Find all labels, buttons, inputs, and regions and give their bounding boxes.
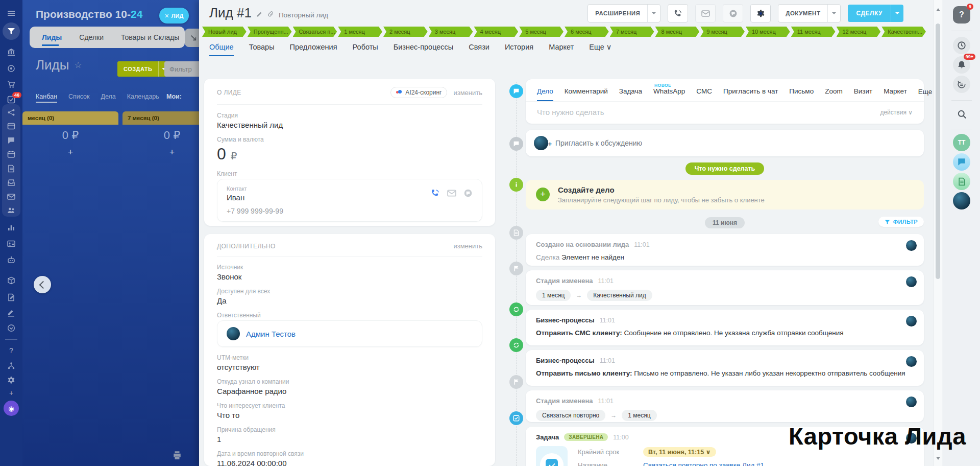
- printer-icon[interactable]: [173, 451, 182, 460]
- edit-pencil-icon[interactable]: [256, 11, 263, 17]
- deal-dropdown-caret[interactable]: [891, 5, 903, 22]
- kanban-add-button[interactable]: +: [122, 147, 199, 158]
- view-tab[interactable]: Канбан: [36, 93, 57, 103]
- robot-icon[interactable]: [7, 256, 15, 264]
- field-value[interactable]: Звонок: [217, 272, 482, 281]
- task-tile-icon[interactable]: [536, 446, 568, 466]
- pipeline-stage[interactable]: Связаться п...: [293, 27, 337, 37]
- planner-button[interactable]: [953, 76, 970, 93]
- contact-call-icon[interactable]: [431, 189, 440, 198]
- activity-tab[interactable]: Визит: [854, 87, 872, 101]
- todo-input[interactable]: Что нужно сделать: [537, 108, 604, 116]
- sum-value[interactable]: 0 ₽: [217, 145, 482, 164]
- pipeline-stage[interactable]: 7 месяц: [610, 27, 654, 37]
- kanban-column-header[interactable]: месяц (0): [22, 111, 118, 125]
- stage-value[interactable]: Качественный лид: [217, 121, 482, 129]
- back-chevron-button[interactable]: [34, 276, 51, 293]
- activity-tab[interactable]: Пригласить в чат: [723, 87, 778, 101]
- leads-filter-input[interactable]: Фильтр: [164, 61, 199, 77]
- workgroup-avatar[interactable]: TT: [953, 134, 970, 151]
- globe-app-icon[interactable]: ◉: [4, 401, 19, 416]
- target-icon[interactable]: [7, 64, 15, 73]
- pipeline-stage[interactable]: 10 месяц: [746, 27, 790, 37]
- field-value[interactable]: отсутствуют: [217, 363, 482, 371]
- pipeline-stage[interactable]: Пропущенн...: [248, 27, 292, 37]
- favorite-star-icon[interactable]: ☆: [74, 60, 82, 71]
- activity-tab[interactable]: СМС: [696, 87, 712, 101]
- field-value[interactable]: 1: [217, 435, 482, 444]
- extensions-caret[interactable]: [647, 5, 660, 22]
- pipeline-stage[interactable]: 8 месяц: [655, 27, 700, 37]
- pipeline-stage[interactable]: 11 месяц: [791, 27, 836, 37]
- doc-edit-icon[interactable]: [7, 293, 15, 301]
- lead-card-tab[interactable]: История: [505, 43, 533, 56]
- timeline-entry[interactable]: Стадия изменена11:01 Связаться повторно …: [526, 390, 924, 422]
- lead-card-tab[interactable]: Товары: [249, 43, 275, 56]
- view-tab[interactable]: Список: [68, 93, 90, 103]
- activity-tab[interactable]: Zoom: [825, 87, 843, 101]
- lead-card-tab[interactable]: Роботы: [353, 43, 378, 56]
- scroll-down-arrow[interactable]: [936, 457, 940, 462]
- pipeline-stage[interactable]: Качественн...: [881, 27, 926, 37]
- pipeline-stage[interactable]: 9 месяц: [700, 27, 745, 37]
- task-due-pill[interactable]: Вт, 11 июня, 11:15 ∨: [643, 447, 716, 457]
- field-value[interactable]: 11.06.2024 00:00:00: [217, 459, 482, 466]
- pipeline-stage[interactable]: 6 месяц: [565, 27, 609, 37]
- invite-row[interactable]: + Пригласить к обсуждению: [526, 130, 924, 156]
- settings-gear-icon[interactable]: [7, 376, 15, 384]
- contact-phone[interactable]: +7 999 999-99-99: [227, 207, 473, 215]
- time-icon[interactable]: [7, 324, 15, 332]
- user-avatar[interactable]: [953, 192, 970, 209]
- document-icon[interactable]: [7, 165, 15, 173]
- add-section-icon[interactable]: +: [7, 389, 15, 397]
- lead-card-tab[interactable]: Еще ∨: [589, 43, 611, 56]
- history-button[interactable]: [953, 37, 970, 54]
- timeline-entry[interactable]: Бизнес-процессы11:01 Отправить СМС клиен…: [526, 310, 924, 345]
- contact-mail-icon[interactable]: [447, 189, 456, 198]
- structure-icon[interactable]: [7, 362, 15, 370]
- activity-tab[interactable]: НОВОЕWhatsApp: [653, 87, 685, 101]
- notifications-button[interactable]: 99+: [953, 56, 970, 74]
- slider-scrollbar[interactable]: [934, 0, 942, 466]
- activity-tab[interactable]: Дело: [537, 87, 553, 101]
- responsible-card[interactable]: Админ Тестов: [217, 320, 482, 347]
- menu-icon[interactable]: [7, 9, 15, 17]
- link-clip-icon[interactable]: [267, 11, 274, 17]
- pipeline-stage[interactable]: 5 месяц: [519, 27, 564, 37]
- call-button[interactable]: [668, 4, 688, 22]
- chart-icon[interactable]: [7, 223, 15, 231]
- kanban-add-button[interactable]: +: [22, 147, 118, 158]
- activity-tab[interactable]: Письмо: [789, 87, 814, 101]
- plus-icon[interactable]: +: [536, 188, 550, 201]
- pipeline-stage[interactable]: 12 месяц: [837, 27, 881, 37]
- contact-chat-icon[interactable]: [463, 189, 473, 198]
- client-card[interactable]: Контакт Иван +7 999 999-99-99: [217, 179, 482, 222]
- contact-card-icon[interactable]: [7, 240, 15, 248]
- crm-section-tab[interactable]: Товары и Склады: [121, 33, 179, 41]
- search-button[interactable]: [953, 105, 970, 123]
- pipeline-stage[interactable]: 2 месяц: [383, 27, 428, 37]
- email-button[interactable]: [695, 4, 716, 22]
- edit-link[interactable]: изменить: [453, 242, 482, 250]
- pipeline-stage[interactable]: 4 месяц: [474, 27, 519, 37]
- collapse-button[interactable]: [185, 29, 199, 47]
- task-name-link[interactable]: Связаться повторно по заявке Лид #1: [643, 461, 764, 466]
- view-tab[interactable]: Календарь: [127, 93, 159, 103]
- field-value[interactable]: Да: [217, 296, 482, 305]
- field-value[interactable]: Что то: [217, 411, 482, 420]
- help-button[interactable]: ? 9: [953, 6, 970, 24]
- activity-tab[interactable]: Маркет: [884, 87, 907, 101]
- mail-icon[interactable]: [7, 193, 15, 201]
- lead-card-tab[interactable]: Маркет: [549, 43, 574, 56]
- chat-avatar[interactable]: [953, 153, 970, 171]
- lead-card-tab[interactable]: Связи: [469, 43, 489, 56]
- crm-section-tab[interactable]: Лиды: [42, 33, 62, 41]
- timeline-filter-button[interactable]: ФИЛЬТР: [878, 217, 924, 227]
- actions-dropdown[interactable]: действия ∨: [880, 109, 913, 116]
- view-tab[interactable]: Дела: [101, 93, 115, 103]
- calendar-icon[interactable]: [7, 150, 15, 158]
- inbox-icon[interactable]: [7, 178, 15, 187]
- document-button[interactable]: ДОКУМЕНТ: [778, 4, 841, 22]
- lead-card-tab[interactable]: Общие: [209, 43, 234, 56]
- settings-button[interactable]: [750, 4, 771, 22]
